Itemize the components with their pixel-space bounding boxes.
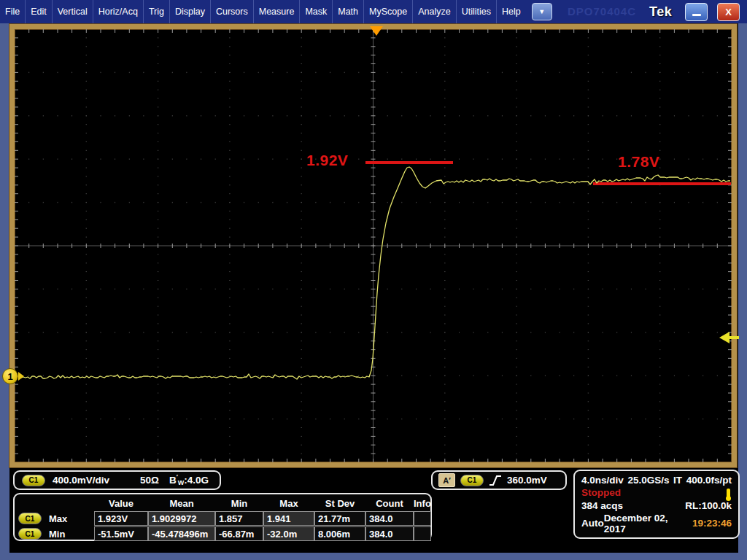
input-impedance: 50Ω [140, 475, 159, 486]
meas-cell: 1.941 [263, 511, 314, 526]
channel1-ground-marker[interactable]: 1 [2, 368, 18, 384]
measurement-table: Value Mean Min Max St Dev Count Info C1 … [13, 493, 432, 541]
annotation-label-settled: 1.78V [618, 153, 659, 171]
menu-items: FileEditVerticalHoriz/AcqTrigDisplayCurs… [0, 0, 526, 23]
channel1-ground-arrow-icon [18, 372, 24, 381]
meas-cell: -51.5mV [94, 526, 148, 541]
menu-bar: FileEditVerticalHoriz/AcqTrigDisplayCurs… [0, 0, 747, 23]
sample-rate: 25.0GS/s [627, 475, 669, 486]
annotation-label-high-peak: 1.92V [306, 152, 348, 169]
vertical-scale: 400.0mV/div [53, 475, 109, 486]
col-header-stdev: St Dev [314, 496, 365, 510]
meas-cell: 384.0 [365, 526, 414, 541]
date: December 02, 2017 [604, 513, 692, 534]
channel1-badge[interactable]: C1 [22, 475, 45, 486]
close-icon: X [725, 7, 732, 18]
waveform-display: 1.92V 1.78V [9, 24, 737, 467]
menu-item-cursors[interactable]: Cursors [210, 0, 253, 23]
meas-cell: 384.0 [365, 511, 414, 526]
menu-item-utilities[interactable]: Utilities [456, 0, 496, 23]
chevron-down-icon: ▼ [538, 9, 545, 15]
minimize-icon [692, 14, 701, 16]
trigger-channel-badge[interactable]: C1 [460, 475, 484, 486]
tek-logo: Tek [649, 0, 672, 23]
menu-item-analyze[interactable]: Analyze [412, 0, 455, 23]
meas-row-label: Min [49, 526, 94, 541]
menu-overflow-button[interactable]: ▼ [532, 3, 552, 20]
trigger-position-marker[interactable] [370, 26, 383, 36]
timebase: 4.0ns/div [581, 475, 624, 486]
trigger-level-marker[interactable] [719, 332, 729, 343]
meas-cell-info [414, 511, 431, 526]
acquisition-status: Stopped [581, 487, 621, 498]
resolution: 400.0fs/pt [686, 475, 732, 486]
bandwidth: B ′ W :4.0G [169, 475, 209, 486]
acquisition-readout: 4.0ns/div 25.0GS/s IT 400.0fs/pt Stopped… [573, 470, 740, 539]
menu-item-vertical[interactable]: Vertical [52, 0, 93, 23]
menu-item-myscope[interactable]: MyScope [363, 0, 412, 23]
model-watermark: DPO70404C [568, 0, 636, 23]
menu-item-measure[interactable]: Measure [253, 0, 300, 23]
meas-cell: 1.9029972 [148, 511, 215, 526]
oscilloscope-screen: FileEditVerticalHoriz/AcqTrigDisplayCurs… [0, 0, 747, 560]
meas-cell: -45.478496m [148, 526, 215, 541]
meas-row-badge[interactable]: C1 [18, 511, 49, 526]
menu-item-edit[interactable]: Edit [25, 0, 52, 23]
trigger-source-badge[interactable]: A′ [438, 473, 455, 487]
close-button[interactable]: X [717, 3, 740, 21]
col-header-count: Count [365, 496, 414, 510]
trigger-readout[interactable]: A′ C1 360.0mV [431, 470, 567, 490]
temperature-icon [727, 489, 730, 498]
trigger-level-marker-tail [729, 336, 739, 339]
menu-item-mask[interactable]: Mask [299, 0, 332, 23]
sampling-mode: IT [673, 475, 682, 486]
channel1-trace [15, 167, 730, 379]
meas-cell: 1.857 [215, 511, 263, 526]
record-length: RL:100.0k [685, 500, 732, 511]
acquisition-count: 384 acqs [581, 500, 623, 511]
menu-item-help[interactable]: Help [496, 0, 526, 23]
col-header-mean: Mean [148, 496, 215, 510]
rising-edge-icon [489, 475, 502, 486]
time: 19:23:46 [692, 518, 732, 529]
col-header-info: Info [414, 496, 431, 510]
meas-row-label: Max [49, 511, 94, 526]
col-header-max: Max [263, 496, 314, 510]
graticule-and-trace [15, 29, 732, 462]
trigger-level-value: 360.0mV [507, 475, 547, 486]
minimize-button[interactable] [685, 3, 708, 21]
menu-item-trig[interactable]: Trig [143, 0, 169, 23]
col-header-value: Value [94, 496, 148, 510]
meas-cell: 1.923V [94, 511, 148, 526]
meas-cell: 21.77m [314, 511, 365, 526]
trigger-mode: Auto [581, 518, 604, 529]
menu-item-horiz-acq[interactable]: Horiz/Acq [93, 0, 143, 23]
meas-cell-info [414, 526, 431, 541]
meas-row-badge[interactable]: C1 [18, 526, 49, 541]
meas-cell: 8.006m [314, 526, 365, 541]
channel1-readout[interactable]: C1 400.0mV/div 50Ω B ′ W :4.0G [13, 470, 221, 490]
col-header-min: Min [215, 496, 263, 510]
menu-item-file[interactable]: File [0, 0, 25, 23]
meas-cell: -66.87m [215, 526, 263, 541]
menu-item-math[interactable]: Math [332, 0, 363, 23]
menu-item-display[interactable]: Display [169, 0, 210, 23]
meas-cell: -32.0m [263, 526, 314, 541]
